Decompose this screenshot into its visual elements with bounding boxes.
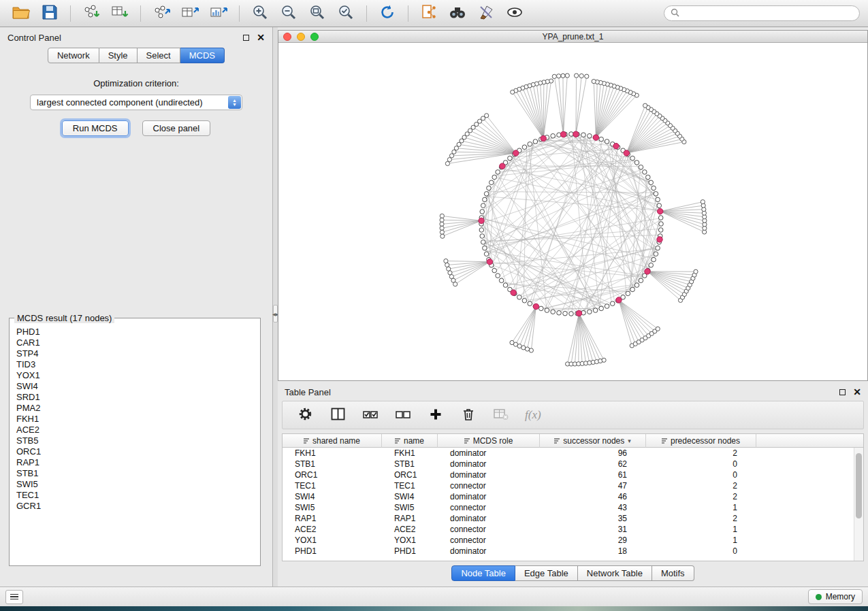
table-cell: connector xyxy=(438,535,540,546)
mcds-result-item[interactable]: ORC1 xyxy=(16,446,253,457)
network-canvas-svg[interactable] xyxy=(278,43,867,380)
column-header-predecessor-nodes[interactable]: predecessor nodes xyxy=(646,434,756,448)
panel-divider[interactable]: ◀▶ xyxy=(273,27,278,587)
float-panel-icon[interactable] xyxy=(243,35,249,41)
run-mcds-button[interactable]: Run MCDS xyxy=(62,120,129,136)
mcds-result-item[interactable]: CAR1 xyxy=(16,337,253,348)
column-header-shared-name[interactable]: shared name xyxy=(283,434,382,448)
mcds-result-item[interactable]: RAP1 xyxy=(16,457,253,468)
tab-style[interactable]: Style xyxy=(99,48,138,63)
mcds-result-item[interactable]: SWI4 xyxy=(16,381,253,392)
import-table-button[interactable] xyxy=(107,3,133,24)
table-row[interactable]: ORC1ORC1dominator610 xyxy=(283,469,854,480)
status-menu-button[interactable] xyxy=(5,590,23,604)
refresh-view-button[interactable] xyxy=(374,3,400,24)
table-row[interactable]: ACE2ACE2connector311 xyxy=(283,524,854,535)
table-cell: ORC1 xyxy=(283,469,382,480)
tab-network[interactable]: Network xyxy=(48,48,99,63)
show-hide-button[interactable] xyxy=(502,3,528,24)
mcds-result-item[interactable]: PHD1 xyxy=(16,327,253,337)
mcds-result-item[interactable]: SWI5 xyxy=(16,479,253,490)
columns-icon xyxy=(331,408,345,423)
table-cell: 0 xyxy=(646,469,756,480)
optimization-criterion-select[interactable]: largest connected component (undirected)… xyxy=(30,95,242,110)
table-scrollbar[interactable] xyxy=(854,448,863,561)
table-row[interactable]: STB1STB1dominator620 xyxy=(283,459,854,469)
unchecked-boxes-icon xyxy=(396,409,411,422)
table-row[interactable]: RAP1RAP1dominator352 xyxy=(283,513,854,524)
export-table-button[interactable] xyxy=(177,3,203,24)
mcds-result-item[interactable]: STB1 xyxy=(16,468,253,479)
float-table-panel-icon[interactable] xyxy=(839,389,846,395)
network-titlebar[interactable]: YPA_prune.txt_1 xyxy=(278,31,867,43)
import-network-button[interactable] xyxy=(78,3,104,24)
table-cell: 35 xyxy=(540,513,646,524)
control-panel-tabs: Network Style Select MCDS xyxy=(0,48,272,63)
tab-motifs[interactable]: Motifs xyxy=(652,565,694,581)
column-header-successor-nodes[interactable]: successor nodes ▾ xyxy=(540,434,646,448)
tab-mcds[interactable]: MCDS xyxy=(180,48,225,63)
table-cell: 2 xyxy=(646,448,756,459)
divider-collapse-handle[interactable]: ◀▶ xyxy=(273,305,278,323)
search-field[interactable] xyxy=(664,5,860,21)
mcds-result-item[interactable]: YOX1 xyxy=(16,370,253,381)
table-scrollbar-thumb[interactable] xyxy=(856,453,862,518)
save-session-button[interactable] xyxy=(37,3,63,24)
zoom-selected-button[interactable] xyxy=(333,3,359,24)
table-settings-button[interactable] xyxy=(296,406,314,424)
memory-button[interactable]: Memory xyxy=(808,589,863,604)
mcds-result-item[interactable]: TEC1 xyxy=(16,490,253,501)
table-cell: 1 xyxy=(646,502,756,513)
zoom-out-button[interactable] xyxy=(276,3,302,24)
zoom-in-button[interactable] xyxy=(247,3,273,24)
mcds-result-item[interactable]: SRD1 xyxy=(16,392,253,403)
delete-column-button[interactable] xyxy=(460,406,477,424)
minimize-window-icon[interactable] xyxy=(297,33,305,41)
clone-document-button[interactable] xyxy=(416,3,442,24)
column-header-mcds-role[interactable]: MCDS role xyxy=(438,434,540,448)
export-image-button[interactable] xyxy=(206,3,231,24)
table-row[interactable]: FKH1FKH1dominator962 xyxy=(283,448,854,459)
apply-style-button[interactable] xyxy=(473,3,499,24)
tab-network-table[interactable]: Network Table xyxy=(578,565,652,581)
mcds-result-item[interactable]: STB5 xyxy=(16,435,253,446)
table-row[interactable]: SWI5SWI5connector431 xyxy=(283,502,854,513)
function-builder-button[interactable]: f(x) xyxy=(525,406,541,424)
tab-select[interactable]: Select xyxy=(138,48,180,63)
search-icon xyxy=(671,7,679,20)
mcds-result-item[interactable]: TID3 xyxy=(16,359,253,370)
table-cell: 96 xyxy=(540,448,646,459)
table-row[interactable]: YOX1YOX1connector291 xyxy=(283,535,854,546)
search-input[interactable] xyxy=(683,9,853,18)
tab-edge-table[interactable]: Edge Table xyxy=(515,565,578,581)
maximize-window-icon[interactable] xyxy=(310,33,319,41)
table-row[interactable]: TEC1TEC1connector472 xyxy=(283,480,854,491)
close-panel-button[interactable]: Close panel xyxy=(142,120,211,136)
mcds-result-item[interactable]: FKH1 xyxy=(16,414,253,425)
table-cell: YOX1 xyxy=(283,535,382,546)
table-cell-filler xyxy=(756,535,854,546)
export-network-button[interactable] xyxy=(148,3,174,24)
table-row[interactable]: SWI4SWI4dominator462 xyxy=(283,491,854,502)
mcds-result-item[interactable]: GCR1 xyxy=(16,501,253,512)
add-column-button[interactable] xyxy=(427,406,445,424)
unselect-all-button[interactable] xyxy=(394,406,412,424)
node-table: shared name name MCDS role successor nod… xyxy=(282,433,864,561)
close-table-panel-icon[interactable]: ✕ xyxy=(853,389,861,395)
table-panel-header: Table Panel ✕ xyxy=(278,384,868,399)
zoom-fit-button[interactable] xyxy=(304,3,330,24)
table-cell-filler xyxy=(756,459,854,469)
close-panel-icon[interactable]: ✕ xyxy=(257,34,265,41)
table-toolbar: f(x) xyxy=(282,401,864,429)
table-row[interactable]: PHD1PHD1dominator180 xyxy=(283,546,854,557)
select-all-button[interactable] xyxy=(361,406,379,424)
mcds-result-item[interactable]: PMA2 xyxy=(16,403,253,414)
open-file-button[interactable] xyxy=(8,3,34,24)
column-view-button[interactable] xyxy=(329,406,347,424)
column-header-name[interactable]: name xyxy=(382,434,438,448)
mcds-result-item[interactable]: STP4 xyxy=(16,348,253,359)
tab-node-table[interactable]: Node Table xyxy=(451,565,515,581)
mcds-result-item[interactable]: ACE2 xyxy=(16,425,253,435)
search-network-button[interactable] xyxy=(445,3,470,24)
close-window-icon[interactable] xyxy=(283,33,291,41)
